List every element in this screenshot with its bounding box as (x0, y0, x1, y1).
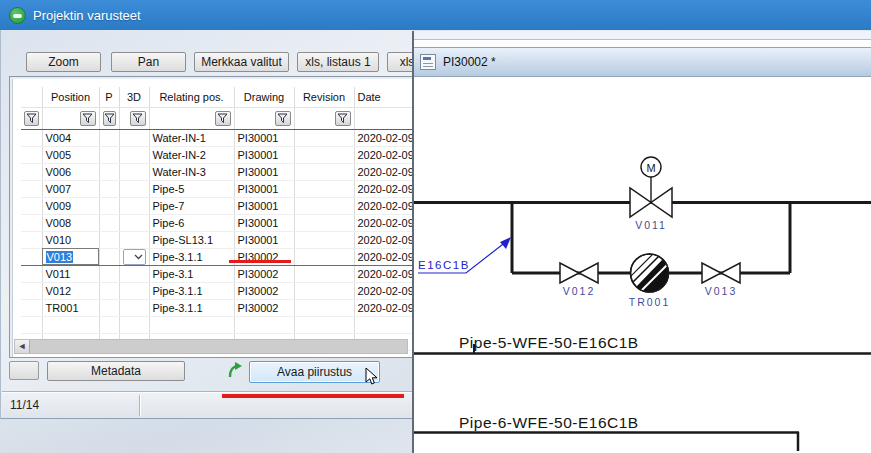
mouse-cursor (365, 367, 382, 387)
table-row[interactable]: V011Pipe-3.1PI300022020-02-09 1 (21, 265, 413, 282)
table-row[interactable]: V008Pipe-6PI300012020-02-09 1 (21, 214, 413, 231)
col-3d[interactable]: 3D (119, 87, 149, 107)
table-header-row: Position P 3D Relating pos. Drawing Revi… (21, 87, 413, 107)
v013-label: V013 (705, 285, 738, 297)
col-position[interactable]: Position (42, 87, 99, 107)
equipment-table: Position P 3D Relating pos. Drawing Revi… (21, 87, 413, 351)
table-row[interactable]: V007Pipe-5PI300012020-02-09 1 (21, 180, 413, 197)
filter-icon[interactable] (24, 111, 39, 126)
v011-label: V011 (635, 219, 667, 231)
open-arrow-icon[interactable] (226, 360, 244, 380)
table-row[interactable]: V010Pipe-SL13.1PI300012020-02-09 1 (21, 231, 413, 248)
open-drawing-button[interactable]: Avaa piirustus (249, 361, 380, 383)
xls-list1-button[interactable]: xls, listaus 1 (297, 52, 379, 72)
drawing-doc-icon (420, 54, 436, 70)
line-ref-label: E16C1B (418, 259, 470, 271)
v012-valve-symbol[interactable] (579, 263, 598, 283)
chevron-down-icon (134, 254, 143, 260)
small-blank-button[interactable] (9, 361, 39, 380)
pipe5-label: Pipe-5-WFE-50-E16C1B (459, 334, 639, 351)
screen: Projektin varusteet Zoom Pan Merkkaa val… (0, 0, 871, 453)
window-title: Projektin varusteet (33, 8, 141, 23)
v013-valve-symbol[interactable] (721, 263, 740, 283)
table-row-selected[interactable]: V013 Pipe-3.1.1 PI30002 2020-02-09 1 (21, 248, 413, 265)
col-p[interactable]: P (99, 87, 119, 107)
filter-icon[interactable] (80, 111, 96, 126)
main-title-bar: Projektin varusteet (0, 0, 871, 30)
table-row[interactable]: V005Water-IN-2PI300012020-02-09 1 (21, 146, 413, 163)
leader-arrowhead (500, 237, 511, 249)
v013-valve-symbol[interactable] (702, 263, 721, 283)
filter-icon[interactable] (130, 111, 146, 126)
v012-label: V012 (563, 285, 596, 297)
tr001-label: TR001 (629, 296, 671, 308)
row-count-status: 11/14 (10, 398, 39, 412)
pipe6-label: Pipe-6-WFE-50-E16C1B (459, 414, 639, 431)
col-revision[interactable]: Revision (294, 87, 354, 107)
annotation-underline-drawing-cell (229, 260, 291, 263)
v012-valve-symbol[interactable] (560, 263, 579, 283)
v011-valve-symbol[interactable] (630, 188, 651, 217)
pan-button[interactable]: Pan (111, 52, 186, 72)
equipment-table-panel: Position P 3D Relating pos. Drawing Revi… (9, 76, 413, 358)
mark-selected-button[interactable]: Merkkaa valitut (194, 52, 289, 72)
drawing-tab-bar[interactable]: PI30002 * (414, 47, 871, 77)
filter-icon[interactable] (335, 111, 351, 126)
filter-icon[interactable] (215, 111, 231, 126)
plant-app-icon (9, 7, 26, 24)
col-relating[interactable]: Relating pos. (149, 87, 234, 107)
table-row[interactable]: V004Water-IN-1PI300012020-02-09 1 (21, 129, 413, 146)
col-drawing[interactable]: Drawing (234, 87, 294, 107)
drawing-window: PI30002 * M V011 V012 (412, 31, 871, 453)
pid-drawing-area[interactable]: M V011 V012 (414, 77, 871, 451)
motor-letter: M (646, 162, 655, 174)
status-divider (139, 395, 141, 416)
position-edit-cell[interactable]: V013 (42, 248, 99, 265)
annotation-underline-open-button (222, 394, 404, 398)
pid-diagram: M V011 V012 (414, 77, 871, 451)
table-row[interactable]: TR001Pipe-3.1.1PI300022020-02-09 1 (21, 299, 413, 316)
table-row[interactable]: V006Water-IN-3PI300012020-02-09 1 (21, 163, 413, 180)
horizontal-scrollbar[interactable]: ◄ (14, 339, 408, 354)
filter-icon[interactable] (103, 111, 116, 126)
drawing-window-top-strip (414, 31, 871, 47)
table-row-empty (21, 316, 413, 333)
filter-icon[interactable] (275, 111, 291, 126)
filter-row (21, 107, 413, 129)
3d-dropdown[interactable] (123, 249, 146, 265)
drawing-tab-title: PI30002 * (443, 55, 496, 69)
scroll-left-icon[interactable]: ◄ (15, 340, 30, 353)
metadata-button[interactable]: Metadata (47, 361, 185, 381)
col-date[interactable]: Date (354, 87, 413, 107)
project-equipment-dialog: Zoom Pan Merkkaa valitut xls, listaus 1 … (0, 30, 412, 419)
zoom-button[interactable]: Zoom (26, 52, 101, 72)
table-row[interactable]: V009Pipe-7PI300012020-02-09 1 (21, 197, 413, 214)
table-row[interactable]: V012Pipe-3.1.1PI300022020-02-09 1 (21, 282, 413, 299)
3d-combo-cell[interactable] (119, 248, 149, 265)
v011-valve-symbol[interactable] (651, 188, 672, 217)
